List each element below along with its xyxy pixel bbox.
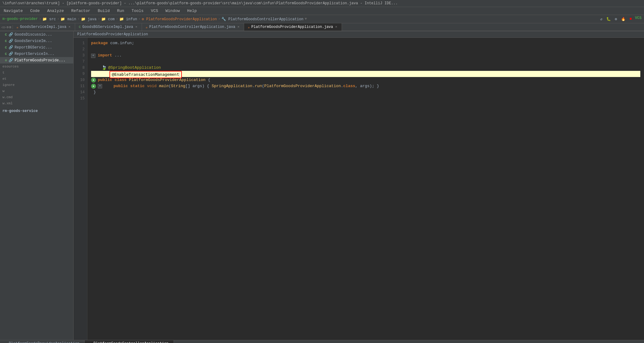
line-num: 14 [74, 89, 87, 95]
title-bar: \infun\svn\branches\trunk] - [platform-g… [0, 0, 644, 7]
code-line-2 [91, 46, 640, 52]
breadcrumb: m-goods-provider › 📁 src › 📁 main › 📁 ja… [0, 15, 644, 23]
code-line-1: package com.infun; [91, 40, 640, 46]
java-icon: ☕ [146, 25, 148, 29]
expand-imports[interactable]: + [91, 54, 95, 58]
sidebar-item-label: PlatformGoodsProvide... [15, 58, 66, 63]
sidebar-item-label: GoodsDiscussio... [15, 33, 52, 37]
sidebar-item-arrow: 🔗 [9, 52, 13, 56]
tab-close-icon[interactable]: × [68, 25, 71, 29]
sidebar-item-goodsserviceimpl[interactable]: C 🔗 GoodsServiceIm... [0, 38, 73, 44]
sidebar-item-arrow: 🔗 [9, 58, 13, 63]
expand-btn-11[interactable]: + [98, 84, 102, 88]
tab-close-icon[interactable]: × [335, 25, 338, 29]
menu-bar: Navigate Code Analyze Refactor Build Run… [0, 7, 644, 15]
sidebar-section-et: et [0, 76, 73, 82]
breadcrumb-class[interactable]: ⚙ PlatformGoodsProviderApplication [142, 17, 217, 21]
tab-goodsbgserviceimpl[interactable]: C GoodsBGServiceImpl.java × [75, 23, 142, 31]
code-line-11: + public static void main(String[] args)… [91, 83, 640, 89]
menu-tools[interactable]: Tools [130, 8, 145, 14]
menu-build[interactable]: Build [97, 8, 111, 14]
refresh-icon[interactable]: ↺ [598, 16, 604, 22]
code-line-3: + import ... [91, 52, 640, 59]
line-num: 3 [74, 52, 87, 59]
code-line-9: @EnableTransactionManagement [91, 71, 640, 77]
tab-label: PlatformGoodsProviderApplication.java [251, 25, 333, 29]
tab-split-icon[interactable]: ⊞ [9, 25, 11, 29]
sidebar-item-goodsdiscussion[interactable]: C 🔗 GoodsDiscussio... [0, 31, 73, 38]
breadcrumb-src[interactable]: 📁 src [42, 17, 56, 21]
tab-close-icon[interactable]: × [135, 25, 138, 29]
java-icon: ☕ [17, 25, 19, 29]
menu-refactor[interactable]: Refactor [70, 8, 91, 14]
sidebar-item-reportservicein[interactable]: C 🔗 ReportServiceIn... [0, 51, 73, 57]
class-icon: C [5, 33, 7, 37]
menu-run[interactable]: Run [116, 8, 125, 14]
sidebar-item-arrow: 🔗 [9, 39, 13, 43]
line-num: 15 [74, 95, 87, 102]
tab-platformgoodscontroller[interactable]: ☕ PlatformGoodsControllerApplication.jav… [142, 23, 244, 31]
file-label: PlatformGoodsProviderApplication [74, 31, 644, 38]
run-tab-controller[interactable]: ⚙ PlatformGoodsControllerApplication [85, 340, 174, 343]
line-num: 11 [74, 83, 87, 89]
cursor [179, 73, 179, 77]
breadcrumb-java[interactable]: 📁 java [81, 17, 97, 21]
tab-goodsserviceimpl[interactable]: ☕ GoodsServiceImpl.java × [13, 23, 75, 31]
c-icon: C [79, 25, 81, 29]
class-icon: C [5, 52, 7, 56]
run-tabs: ▶ PlatformGoodsProviderApplication ⚙ Pla… [0, 340, 644, 343]
sidebar-item-label: ReportServiceIn... [15, 52, 55, 56]
tabs-bar: ◁ ▷ ⚙ ⊞ ☕ GoodsServiceImpl.java × C Good… [0, 23, 644, 31]
settings-icon[interactable]: ⚙ [613, 16, 619, 22]
sidebar-item-reportbgservice[interactable]: C 🔗 ReportBGServic... [0, 44, 73, 51]
fire-icon[interactable]: 🔥 [620, 16, 626, 22]
breadcrumb-method-picker[interactable]: 🔧 PlatformGoodsControllerApplication [221, 17, 303, 21]
line-num: 9 [74, 71, 87, 77]
code-line-15 [91, 95, 640, 102]
java-icon: ☕ [248, 25, 250, 29]
tab-platformgoodsprovider[interactable]: ☕ PlatformGoodsProviderApplication.java … [244, 23, 342, 31]
run-tab-label: PlatformGoodsProviderApplication [9, 341, 79, 343]
run-panel: ▶ PlatformGoodsProviderApplication ⚙ Pla… [0, 340, 644, 343]
code-line-14: } [91, 89, 640, 95]
code-line-8: 🍃 @SpringBootApplication [91, 65, 640, 71]
sidebar-section-t: t [0, 70, 73, 76]
sidebar-item-arrow: 🔗 [9, 45, 13, 50]
tab-label: PlatformGoodsControllerApplication.java [149, 25, 235, 29]
menu-navigate[interactable]: Navigate [2, 8, 24, 14]
run-icon: ▶ [5, 342, 7, 343]
code-lines[interactable]: package com.infun; + import ... [87, 38, 644, 340]
sidebar-section-resources: esources [0, 64, 73, 70]
sidebar-section-wxml: w.xml [0, 100, 73, 106]
line-num: 2 [74, 46, 87, 52]
tab-label: GoodsBGServiceImpl.java [82, 25, 133, 29]
sidebar-section-ignore: ignore [0, 82, 73, 88]
bug-icon[interactable]: 🐛 [605, 16, 611, 22]
tab-close-icon[interactable]: × [237, 25, 240, 29]
breadcrumb-com[interactable]: 📁 com [101, 17, 115, 21]
breadcrumb-item[interactable]: m-goods-provider [2, 17, 38, 21]
tab-settings-icon[interactable]: ⚙ [6, 25, 9, 29]
code-editor: PlatformGoodsProviderApplication 1 2 3 7… [74, 31, 644, 340]
run-button-10[interactable] [91, 78, 96, 83]
menu-code[interactable]: Code [29, 8, 41, 14]
tab-nav-back[interactable]: ◁ [1, 25, 3, 29]
tab-nav-forward[interactable]: ▷ [4, 25, 6, 29]
annotation-text: @EnableTransactionManagement [112, 72, 179, 77]
breadcrumb-infun[interactable]: 📁 infun [119, 17, 137, 21]
sidebar-item-label: ReportBGServic... [15, 45, 52, 50]
menu-analyze[interactable]: Analyze [46, 8, 65, 14]
breadcrumb-main[interactable]: 📁 main [60, 17, 76, 21]
sidebar-item-platformgoodsprovide[interactable]: ⚙ 🔗 PlatformGoodsProvide... [0, 57, 73, 64]
code-line-7 [91, 59, 640, 65]
run-button-11[interactable] [91, 84, 96, 89]
code-area[interactable]: 1 2 3 7 8 9 10 11 14 15 package com.infu… [74, 38, 644, 340]
menu-window[interactable]: Window [164, 8, 181, 14]
line-num: 1 [74, 40, 87, 46]
line-num: 7 [74, 59, 87, 65]
menu-vcs[interactable]: VCS [150, 8, 159, 14]
run-tab-provider[interactable]: ▶ PlatformGoodsProviderApplication [0, 340, 85, 343]
stop-icon[interactable]: ■ [627, 16, 634, 22]
sidebar-item-label: GoodsServiceIm... [15, 39, 52, 43]
menu-help[interactable]: Help [186, 8, 198, 14]
